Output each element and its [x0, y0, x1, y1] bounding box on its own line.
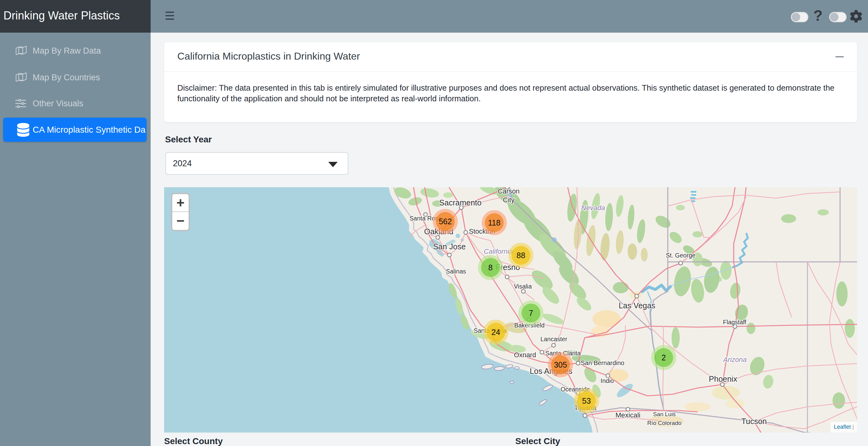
svg-text:Salinas: Salinas: [446, 268, 466, 275]
svg-text:53: 53: [582, 396, 591, 405]
svg-text:Carson: Carson: [498, 188, 519, 195]
svg-text:Tucson: Tucson: [741, 417, 767, 425]
svg-text:562: 562: [439, 217, 452, 226]
svg-text:Flagstaff: Flagstaff: [723, 319, 747, 325]
svg-text:24: 24: [491, 328, 500, 337]
svg-text:Nevada: Nevada: [581, 204, 605, 212]
svg-text:Las Vegas: Las Vegas: [619, 301, 656, 310]
svg-text:Visalia: Visalia: [514, 283, 532, 290]
svg-text:San Luis: San Luis: [653, 411, 676, 417]
svg-text:San Jose: San Jose: [433, 242, 466, 251]
svg-text:Río Colorado: Río Colorado: [647, 420, 681, 426]
svg-text:Oxnard: Oxnard: [514, 351, 536, 359]
svg-text:88: 88: [517, 251, 525, 260]
svg-text:Arizona: Arizona: [723, 356, 747, 363]
svg-text:Phoenix: Phoenix: [709, 375, 738, 383]
svg-text:City: City: [503, 196, 514, 204]
svg-text:St. George: St. George: [666, 252, 695, 259]
svg-text:8: 8: [488, 263, 493, 272]
svg-text:Mexicali: Mexicali: [615, 411, 640, 419]
svg-text:Lancaster: Lancaster: [540, 336, 567, 343]
svg-text:Indio: Indio: [601, 377, 614, 384]
svg-text:2: 2: [661, 353, 666, 362]
svg-text:7: 7: [529, 309, 533, 317]
svg-text:305: 305: [554, 360, 567, 369]
svg-text:Sacramento: Sacramento: [439, 198, 482, 207]
svg-text:118: 118: [488, 218, 500, 227]
svg-text:San Bernardino: San Bernardino: [581, 359, 624, 367]
